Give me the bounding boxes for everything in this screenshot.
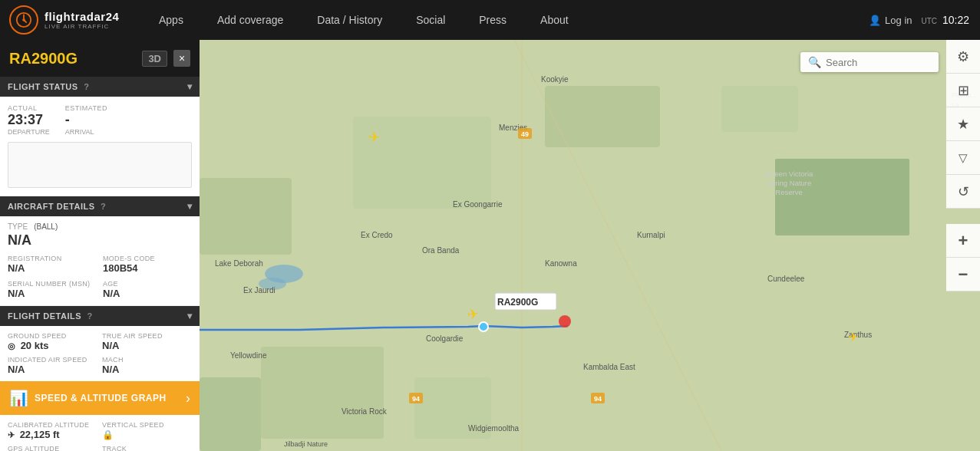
nav-press[interactable]: Press <box>462 0 523 40</box>
svg-text:94: 94 <box>594 395 602 403</box>
zoom-in-button[interactable]: + <box>946 224 980 258</box>
flight-details-header[interactable]: FLIGHT DETAILS ? ▾ <box>0 306 200 326</box>
calibrated-alt-value: ✈ 22,125 ft <box>8 429 97 440</box>
sidebar-panel: RA2900G 3D × FLIGHT STATUS ? ▾ ACTUAL 23… <box>0 40 200 451</box>
svg-text:Kookyie: Kookyie <box>541 75 569 84</box>
svg-text:Jilbadji Nature: Jilbadji Nature <box>284 440 328 448</box>
svg-text:Ex Jaurdi: Ex Jaurdi <box>243 286 276 295</box>
serial-cell: SERIAL NUMBER (MSN) N/A <box>8 280 97 299</box>
svg-text:Kambalda East: Kambalda East <box>583 363 635 371</box>
star-icon: ★ <box>957 116 969 133</box>
zoom-out-button[interactable]: − <box>946 258 980 291</box>
svg-text:Lake Deborah: Lake Deborah <box>215 259 263 268</box>
grid-button[interactable]: ⊞ <box>946 74 980 107</box>
refresh-icon: ↺ <box>958 183 969 200</box>
svg-text:RA2900G: RA2900G <box>497 297 538 308</box>
svg-text:Queen Victoria: Queen Victoria <box>765 170 813 178</box>
aircraft-detail-grid: REGISTRATION N/A MODE-S CODE 180B54 SERI… <box>8 255 192 299</box>
svg-rect-11 <box>200 377 261 451</box>
svg-text:Widgiemooltha: Widgiemooltha <box>468 424 520 433</box>
chevron-down-icon: ▾ <box>187 201 193 212</box>
svg-rect-9 <box>261 347 384 439</box>
map-area[interactable]: Kookyie Menzies Ex Goongarrie Ex Credo O… <box>200 40 980 451</box>
logo-text: flightradar24 LIVE AIR TRAFFIC <box>45 10 119 30</box>
nav-apps[interactable]: Apps <box>142 0 200 40</box>
nav-social[interactable]: Social <box>399 0 462 40</box>
departure-section: ACTUAL 23:37 DEPARTURE ESTIMATED - ARRIV… <box>0 97 200 196</box>
modes-cell: MODE-S CODE 180B54 <box>103 255 192 274</box>
svg-text:Ora Banda: Ora Banda <box>422 246 460 255</box>
svg-point-44 <box>559 315 571 328</box>
flight-header: RA2900G 3D × <box>0 40 200 77</box>
plane-small-icon: ✈ <box>8 430 15 439</box>
airport-info-box <box>8 142 192 188</box>
settings-button[interactable]: ⚙ <box>946 40 980 74</box>
svg-text:✈: ✈ <box>368 130 380 145</box>
age-cell: AGE N/A <box>103 280 192 299</box>
flight-details-block: GROUND SPEED ◎ 20 kts TRUE AIR SPEED N/A… <box>0 326 200 381</box>
filter-button[interactable]: ▽ <box>946 141 980 175</box>
lock-icon: 🔒 <box>102 430 114 440</box>
favorites-button[interactable]: ★ <box>946 107 980 141</box>
login-button[interactable]: 👤 Log in <box>869 15 912 26</box>
svg-point-1 <box>22 18 25 21</box>
svg-text:Ex Goongarrie: Ex Goongarrie <box>453 200 503 209</box>
map-background: Kookyie Menzies Ex Goongarrie Ex Credo O… <box>200 40 980 451</box>
logo[interactable]: flightradar24 LIVE AIR TRAFFIC <box>0 5 142 35</box>
top-navigation: flightradar24 LIVE AIR TRAFFIC Apps Add … <box>0 0 980 40</box>
true-air-speed-cell: TRUE AIR SPEED N/A <box>102 332 192 351</box>
refresh-button[interactable]: ↺ <box>946 175 980 209</box>
actual-departure: ACTUAL 23:37 DEPARTURE <box>8 104 50 136</box>
aircraft-details-label: AIRCRAFT DETAILS ? <box>8 202 106 211</box>
calibrated-altitude-cell: CALIBRATED ALTITUDE ✈ 22,125 ft <box>8 421 97 440</box>
nav-data-history[interactable]: Data / History <box>300 0 399 40</box>
estimated-arrival: ESTIMATED - ARRIVAL <box>65 104 107 136</box>
svg-text:Ex Credo: Ex Credo <box>361 231 393 239</box>
ground-speed-value: ◎ 20 kts <box>8 340 97 351</box>
arrow-right-icon: › <box>186 390 190 407</box>
svg-text:Kurnalpi: Kurnalpi <box>637 231 665 239</box>
user-icon: 👤 <box>869 15 881 26</box>
svg-text:49: 49 <box>521 130 529 138</box>
3d-button[interactable]: 3D <box>142 51 167 67</box>
search-icon: 🔍 <box>808 56 821 68</box>
svg-text:Reserve: Reserve <box>775 188 802 196</box>
ground-speed-cell: GROUND SPEED ◎ 20 kts <box>8 332 97 351</box>
svg-text:Kanowna: Kanowna <box>545 259 577 268</box>
svg-text:Yellowdine: Yellowdine <box>230 351 267 360</box>
flight-id: RA2900G <box>9 50 78 67</box>
svg-text:Spring Nature: Spring Nature <box>767 179 812 187</box>
flight-detail-grid: GROUND SPEED ◎ 20 kts TRUE AIR SPEED N/A… <box>8 332 192 375</box>
speed-altitude-button[interactable]: 📊 SPEED & ALTITUDE GRAPH › <box>0 381 200 415</box>
toolbar-gap <box>946 209 980 224</box>
svg-text:94: 94 <box>412 395 420 403</box>
aircraft-type-value: N/A <box>8 232 192 249</box>
gps-altitude-cell: GPS ALTITUDE 🔒 <box>8 445 97 451</box>
track-cell: TRACK 78° <box>102 445 192 451</box>
chart-icon: 📊 <box>9 389 28 407</box>
search-bar: 🔍 <box>800 52 939 72</box>
altitude-grid: CALIBRATED ALTITUDE ✈ 22,125 ft VERTICAL… <box>8 421 192 451</box>
aircraft-details-block: TYPE (BALL) N/A REGISTRATION N/A MODE-S … <box>0 216 200 305</box>
aircraft-details-header[interactable]: AIRCRAFT DETAILS ? ▾ <box>0 196 200 216</box>
svg-text:Victoria Rock: Victoria Rock <box>342 407 388 416</box>
nav-about[interactable]: About <box>523 0 586 40</box>
departure-row: ACTUAL 23:37 DEPARTURE ESTIMATED - ARRIV… <box>8 104 192 136</box>
search-input[interactable] <box>826 57 931 68</box>
nav-right: 👤 Log in UTC 10:22 <box>869 14 980 26</box>
mach-cell: MACH N/A <box>102 356 192 375</box>
flight-status-header[interactable]: FLIGHT STATUS ? ▾ <box>0 77 200 97</box>
altitude-block: CALIBRATED ALTITUDE ✈ 22,125 ft VERTICAL… <box>0 415 200 451</box>
registration-cell: REGISTRATION N/A <box>8 255 97 274</box>
grid-icon: ⊞ <box>958 82 969 99</box>
type-row: TYPE (BALL) <box>8 222 192 231</box>
svg-rect-8 <box>721 86 798 132</box>
help-icon: ? <box>101 202 106 211</box>
close-button[interactable]: × <box>173 50 190 67</box>
nav-add-coverage[interactable]: Add coverage <box>200 0 300 40</box>
logo-circle <box>9 5 38 35</box>
flight-status-label: FLIGHT STATUS ? <box>8 82 89 91</box>
svg-point-45 <box>479 322 488 331</box>
help-icon: ? <box>87 311 93 321</box>
help-icon: ? <box>84 82 89 91</box>
